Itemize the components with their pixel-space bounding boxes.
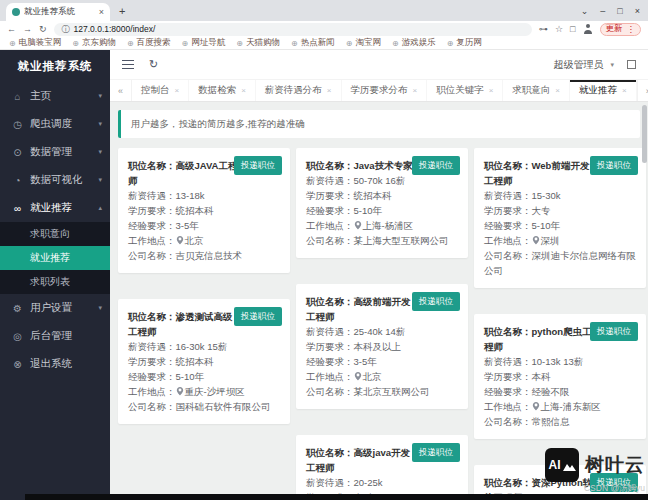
job-salary: 薪资待遇：16-30k 15薪 xyxy=(128,339,280,354)
bookmark-item[interactable]: ⊕电脑装宝网 xyxy=(9,37,61,49)
apply-button[interactable]: 投递职位 xyxy=(234,156,282,175)
location-pin-icon xyxy=(532,235,540,245)
job-card: 投递职位 职位名称：Web前端开发工程师 薪资待遇：15-30k 学历要求：大专… xyxy=(474,148,646,288)
tabs-scroll-left-icon[interactable]: « xyxy=(110,80,132,101)
tab-console[interactable]: 控制台× xyxy=(132,80,189,101)
password-key-icon[interactable]: ⊶ xyxy=(539,24,548,34)
sidebar-item-user-settings[interactable]: ⚙ 用户设置 ▾ xyxy=(0,294,110,322)
current-user[interactable]: 超级管理员 xyxy=(553,58,603,72)
content-scrollbar[interactable] xyxy=(642,105,647,163)
side-panel-icon[interactable]: □ xyxy=(570,24,575,34)
site-favicon xyxy=(12,8,20,16)
job-location: 工作地点：北京 xyxy=(128,233,280,248)
submenu-item-job-recommend[interactable]: 就业推荐 xyxy=(0,246,110,270)
sidebar-item-data-visualization[interactable]: ◔ 数据可视化 ▾ xyxy=(0,166,110,194)
bookmark-item[interactable]: ⊕淘宝网 xyxy=(346,37,381,49)
close-icon[interactable]: × xyxy=(413,86,418,95)
reload-icon[interactable]: ↻ xyxy=(39,24,47,34)
chart-icon: ◔ xyxy=(12,175,23,186)
close-icon[interactable]: × xyxy=(175,86,180,95)
forward-icon[interactable]: → xyxy=(23,24,32,34)
tab-search-icon[interactable]: ⌄ xyxy=(581,6,589,16)
close-icon[interactable]: × xyxy=(241,86,246,95)
browser-toolbar: ← → ↻ ⓘ 127.0.0.1:8000/index/ ⊶ ☆ □ 更新 ⋮ xyxy=(0,21,648,37)
tab-close-icon[interactable]: × xyxy=(99,7,104,17)
url-text: 127.0.0.1:8000/index/ xyxy=(74,24,156,34)
chevron-down-icon: ▾ xyxy=(98,92,102,100)
apply-button[interactable]: 投递职位 xyxy=(590,156,638,175)
chrome-update-button[interactable]: 更新 ⋮ xyxy=(600,23,642,36)
apply-button[interactable]: 投递职位 xyxy=(590,322,638,341)
home-icon: ⌂ xyxy=(12,91,23,102)
bookmark-item[interactable]: ⊕复历网 xyxy=(447,37,482,49)
tab-job-intention[interactable]: 求职意向× xyxy=(503,80,570,101)
tab-job-recommend[interactable]: 就业推荐× xyxy=(570,80,637,101)
kebab-menu-icon[interactable]: ⋮ xyxy=(627,24,636,34)
sidebar-item-spider-schedule[interactable]: ◷ 爬虫调度 ▾ xyxy=(0,110,110,138)
close-icon[interactable]: × xyxy=(327,86,332,95)
job-experience: 经验要求：3-5年 xyxy=(128,218,280,233)
job-card: 投递职位 职位名称：高级JAVA工程师 薪资待遇：13-18k 学历要求：统招本… xyxy=(118,148,290,273)
job-company: 公司名称：某北京互联网公司 xyxy=(306,384,458,399)
url-input[interactable]: ⓘ 127.0.0.1:8000/index/ xyxy=(54,23,532,36)
watermark-credit: CSDN @汤姆yu xyxy=(584,483,645,495)
tab-job-keywords[interactable]: 职位关键字× xyxy=(427,80,503,101)
fullscreen-icon[interactable] xyxy=(627,60,636,69)
chevron-down-icon: ▾ xyxy=(98,176,102,184)
job-card: 投递职位 职位名称：高级java开发工程师 薪资待遇：20-25k 学历要求：本… xyxy=(296,435,468,500)
sidebar-item-home[interactable]: ⌂ 主页 ▾ xyxy=(0,82,110,110)
window-minimize-icon[interactable]: – xyxy=(600,6,605,16)
back-icon[interactable]: ← xyxy=(7,24,16,34)
apply-button[interactable]: 投递职位 xyxy=(412,443,460,462)
bookmark-item[interactable]: ⊕天猫购物 xyxy=(236,37,280,49)
menu-toggle-icon[interactable] xyxy=(122,60,134,69)
bookmark-item[interactable]: ⊕京东购物 xyxy=(72,37,116,49)
job-salary: 薪资待遇：25-40k 14薪 xyxy=(306,324,458,339)
bookmark-star-icon[interactable]: ☆ xyxy=(555,24,563,34)
close-icon[interactable]: × xyxy=(555,86,560,95)
window-maximize-icon[interactable]: □ xyxy=(617,6,622,16)
apply-button[interactable]: 投递职位 xyxy=(412,156,460,175)
bookmark-item[interactable]: ⊕网址导航 xyxy=(182,37,226,49)
submenu-item-job-intention[interactable]: 求职意向 xyxy=(0,222,110,246)
sidebar-item-job-recommend[interactable]: ∞ 就业推荐 ▴ xyxy=(0,194,110,222)
job-salary: 薪资待遇：15-30k xyxy=(484,188,636,203)
globe-icon: ⊕ xyxy=(236,39,243,48)
gear-icon: ⚙ xyxy=(12,303,23,314)
sidebar-item-admin[interactable]: ◎ 后台管理 xyxy=(0,322,110,350)
apply-button[interactable]: 投递职位 xyxy=(234,307,282,326)
close-icon[interactable]: × xyxy=(489,86,494,95)
bookmark-item[interactable]: ⊕游戏娱乐 xyxy=(392,37,436,49)
submenu-item-job-list[interactable]: 求职列表 xyxy=(0,270,110,294)
job-company: 公司名称：深圳迪卡尔信息网络有限公司 xyxy=(484,248,636,278)
sidebar-item-data-management[interactable]: ⊙ 数据管理 ▾ xyxy=(0,138,110,166)
tab-data-search[interactable]: 数据检索× xyxy=(189,80,256,101)
job-company: 公司名称：吉贝克信息技术 xyxy=(128,248,280,263)
close-icon[interactable]: × xyxy=(622,86,627,95)
bookmark-item[interactable]: ⊕百度搜索 xyxy=(127,37,171,49)
new-tab-button[interactable]: + xyxy=(119,2,125,21)
job-card: 投递职位 职位名称：python爬虫工程师 薪资待遇：10-13k 13薪 学历… xyxy=(474,314,646,439)
sidebar-item-logout[interactable]: ⊗ 退出系统 xyxy=(0,350,110,378)
page-tab-bar: « 控制台× 数据检索× 薪资待遇分布× 学历要求分布× 职位关键字× 求职意向… xyxy=(110,80,648,102)
refresh-icon[interactable]: ↻ xyxy=(149,58,158,71)
tab-salary-distribution[interactable]: 薪资待遇分布× xyxy=(256,80,342,101)
content-area: 用户越多，投递的简历越多,推荐的越准确 投递职位 职位名称：高级JAVA工程师 … xyxy=(110,102,648,500)
window-close-icon[interactable]: × xyxy=(635,6,640,16)
globe-icon: ⊕ xyxy=(182,39,189,48)
job-location: 工作地点：上海-浦东新区 xyxy=(484,399,636,414)
site-info-icon[interactable]: ⓘ xyxy=(62,24,70,35)
tabs-scroll-right-icon[interactable]: » xyxy=(637,80,648,101)
tab-education-distribution[interactable]: 学历要求分布× xyxy=(342,80,428,101)
job-experience: 经验要求：经验不限 xyxy=(484,384,636,399)
chevron-down-icon: ▾ xyxy=(98,120,102,128)
globe-icon: ⊕ xyxy=(72,39,79,48)
globe-icon: ⊕ xyxy=(9,39,16,48)
globe-icon: ⊕ xyxy=(291,39,298,48)
browser-tab[interactable]: 就业推荐系统 × xyxy=(6,3,110,21)
apply-button[interactable]: 投递职位 xyxy=(412,292,460,311)
job-company: 公司名称：常熙信息 xyxy=(484,414,636,429)
profile-avatar[interactable] xyxy=(583,24,593,34)
bookmark-item[interactable]: ⊕热点新闻 xyxy=(291,37,335,49)
globe-icon: ⊕ xyxy=(346,39,353,48)
